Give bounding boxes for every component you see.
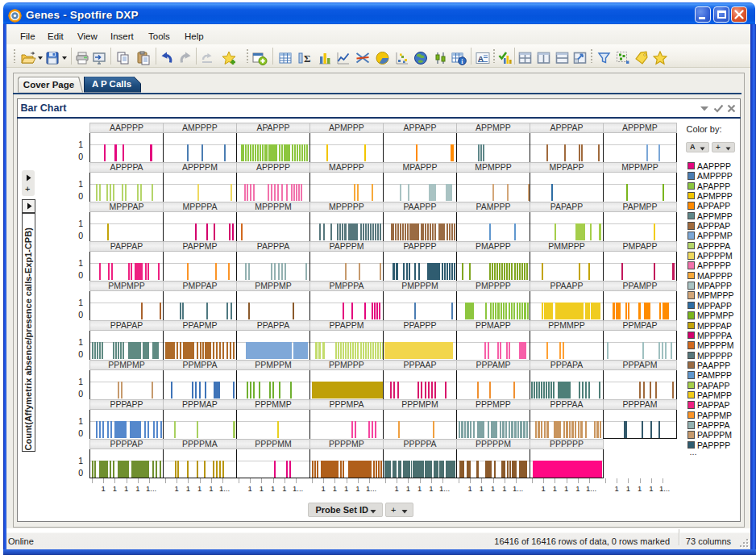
svg-text:A: A — [478, 54, 484, 63]
svg-text:Σ: Σ — [304, 52, 311, 65]
